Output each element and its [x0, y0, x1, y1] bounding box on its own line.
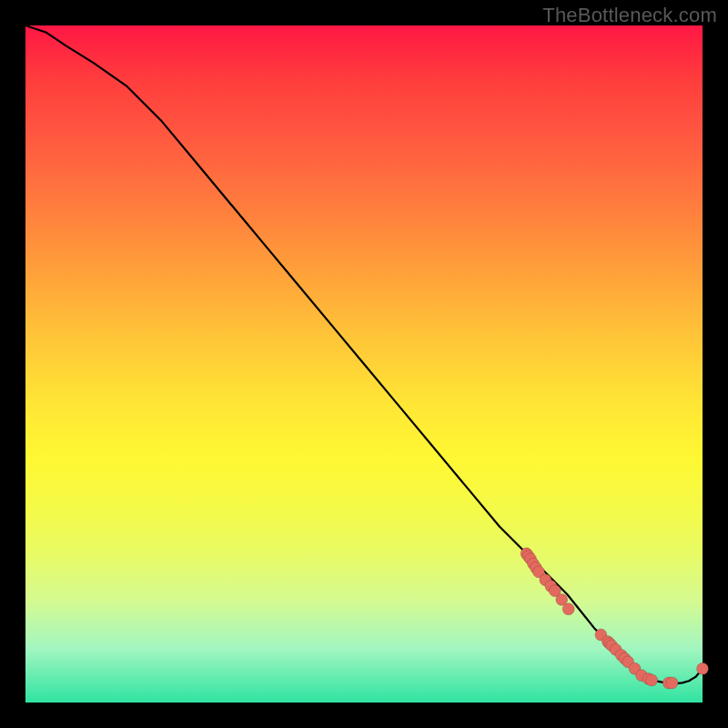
plot-area: [25, 25, 703, 703]
data-marker: [562, 603, 574, 615]
chart-svg: [25, 25, 703, 703]
watermark-text: TheBottleneck.com: [542, 4, 717, 27]
data-markers: [521, 548, 708, 689]
data-marker: [646, 674, 658, 686]
chart-stage: TheBottleneck.com: [0, 0, 728, 728]
bottleneck-curve: [25, 25, 703, 683]
data-marker: [666, 677, 678, 689]
data-marker: [697, 662, 709, 674]
